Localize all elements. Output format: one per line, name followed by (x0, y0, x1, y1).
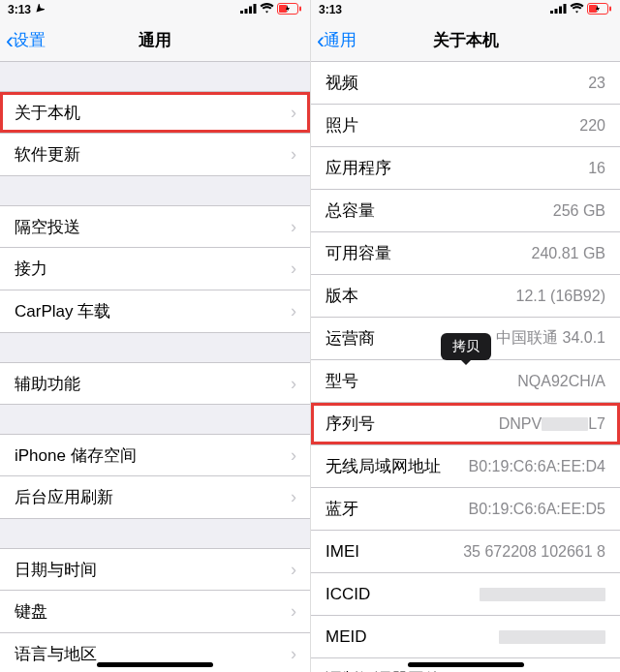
chevron-right-icon: › (291, 601, 296, 622)
row-capacity[interactable]: 总容量 256 GB (311, 190, 620, 232)
row-imei[interactable]: IMEI 35 672208 102661 8 (311, 531, 620, 573)
svg-rect-2 (249, 7, 252, 15)
back-button-settings[interactable]: ‹ 设置 (6, 29, 46, 52)
settings-list: 关于本机 › 软件更新 › 隔空投送 › 接力 › CarPlay 车载 › 辅… (0, 62, 310, 672)
back-label: 通用 (324, 29, 356, 51)
back-label: 设置 (13, 29, 46, 51)
row-airdrop[interactable]: 隔空投送 › (0, 205, 310, 248)
location-icon (35, 3, 45, 16)
serial-value: DNPVL7 (499, 415, 605, 433)
row-videos[interactable]: 视频 23 (311, 62, 620, 105)
svg-rect-8 (555, 9, 558, 14)
about-list: 视频 23 照片 220 应用程序 16 总容量 256 GB 可用容量 240… (311, 62, 620, 672)
left-pane-general: 3:13 ‹ 设置 通用 关于本机 › (0, 0, 310, 672)
row-iccid[interactable]: ICCID (311, 573, 620, 616)
svg-rect-7 (550, 11, 553, 14)
svg-rect-9 (559, 7, 562, 15)
svg-rect-12 (589, 5, 597, 13)
chevron-right-icon: › (291, 374, 296, 394)
right-pane-about: 3:13 ‹ 通用 关于本机 视频 23 照片 220 (310, 0, 620, 672)
row-model[interactable]: 拷贝 型号 NQA92CH/A (311, 360, 620, 403)
chevron-right-icon: › (291, 487, 296, 507)
wifi-icon (260, 3, 274, 16)
iccid-value (480, 586, 605, 603)
nav-bar: ‹ 通用 关于本机 (311, 19, 620, 62)
back-button-general[interactable]: ‹ 通用 (317, 29, 356, 52)
status-bar: 3:13 (311, 0, 620, 19)
chevron-right-icon: › (291, 144, 296, 165)
nav-bar: ‹ 设置 通用 (0, 19, 310, 62)
row-available[interactable]: 可用容量 240.81 GB (311, 232, 620, 275)
chevron-right-icon: › (291, 259, 296, 279)
row-bluetooth[interactable]: 蓝牙 B0:19:C6:6A:EE:D5 (311, 488, 620, 531)
row-carplay[interactable]: CarPlay 车载 › (0, 290, 310, 333)
row-photos[interactable]: 照片 220 (311, 105, 620, 147)
svg-rect-6 (299, 6, 301, 11)
battery-icon (277, 3, 302, 17)
row-keyboard[interactable]: 键盘 › (0, 591, 310, 633)
copy-tooltip[interactable]: 拷贝 (441, 333, 491, 360)
svg-rect-3 (254, 4, 257, 14)
row-accessibility[interactable]: 辅助功能 › (0, 362, 310, 405)
svg-rect-1 (245, 9, 248, 14)
row-serial[interactable]: 序列号 DNPVL7 (311, 403, 620, 445)
chevron-right-icon: › (291, 103, 296, 123)
chevron-right-icon: › (291, 217, 296, 237)
row-iphone-storage[interactable]: iPhone 储存空间 › (0, 434, 310, 476)
svg-rect-5 (279, 5, 287, 13)
chevron-right-icon: › (291, 445, 296, 466)
chevron-right-icon: › (291, 301, 296, 321)
chevron-right-icon: › (291, 644, 296, 664)
page-title: 通用 (139, 29, 171, 51)
svg-rect-10 (564, 4, 567, 14)
wifi-icon (570, 3, 584, 16)
svg-rect-13 (609, 6, 611, 11)
row-apps[interactable]: 应用程序 16 (311, 147, 620, 190)
status-time: 3:13 (8, 3, 31, 16)
row-version[interactable]: 版本 12.1 (16B92) (311, 275, 620, 318)
row-meid[interactable]: MEID (311, 616, 620, 658)
row-about[interactable]: 关于本机 › (0, 91, 310, 134)
chevron-right-icon: › (291, 560, 296, 580)
battery-icon (587, 3, 612, 17)
status-bar: 3:13 (0, 0, 310, 19)
row-wifi-address[interactable]: 无线局域网地址 B0:19:C6:6A:EE:D4 (311, 445, 620, 488)
meid-value (499, 628, 605, 646)
page-title: 关于本机 (433, 29, 499, 51)
status-time: 3:13 (319, 3, 342, 16)
home-indicator[interactable] (408, 662, 524, 667)
row-software-update[interactable]: 软件更新 › (0, 134, 310, 176)
row-background-refresh[interactable]: 后台应用刷新 › (0, 476, 310, 519)
home-indicator[interactable] (97, 662, 213, 667)
signal-icon (240, 3, 257, 16)
row-date-time[interactable]: 日期与时间 › (0, 548, 310, 591)
svg-rect-0 (240, 11, 243, 14)
row-handoff[interactable]: 接力 › (0, 248, 310, 290)
signal-icon (550, 3, 567, 16)
